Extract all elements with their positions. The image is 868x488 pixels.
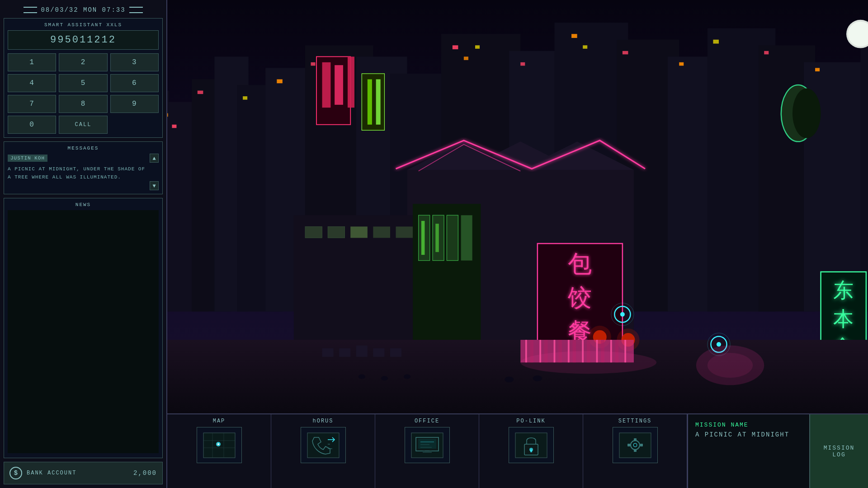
- call-button[interactable]: CALL: [59, 116, 107, 134]
- svg-rect-35: [583, 45, 587, 49]
- svg-rect-134: [423, 451, 432, 453]
- nav-tab-map-label: MAP: [213, 418, 226, 424]
- mission-name-label: MISSION NAME: [695, 422, 802, 428]
- svg-rect-141: [530, 450, 532, 452]
- svg-text:本: 本: [833, 308, 854, 330]
- svg-rect-42: [316, 56, 350, 124]
- svg-point-125: [217, 443, 219, 445]
- mission-log-button[interactable]: MISSIONLOG: [809, 414, 868, 488]
- nav-bar: MAP: [167, 413, 868, 488]
- message-text: A PICNIC AT MIDNIGHT, UNDER THE SHADE OF…: [8, 165, 159, 190]
- phone-display[interactable]: 995011212: [8, 30, 159, 50]
- nav-tab-po-link-label: PO-LINK: [516, 418, 545, 424]
- svg-rect-126: [307, 433, 339, 458]
- svg-rect-77: [421, 221, 425, 255]
- mission-log-label: MISSIONLOG: [824, 445, 855, 458]
- nav-tab-map-icon: [197, 427, 242, 463]
- svg-rect-19: [860, 34, 868, 311]
- nav-tab-office-label: OFFICE: [415, 418, 439, 424]
- svg-rect-102: [339, 348, 350, 357]
- svg-rect-38: [713, 40, 719, 44]
- svg-point-108: [404, 375, 410, 379]
- messages-label: MESSAGES: [8, 145, 159, 151]
- nav-tab-po-link-icon: [509, 427, 554, 463]
- svg-rect-23: [167, 113, 168, 117]
- svg-rect-148: [640, 444, 643, 446]
- nav-tab-horus[interactable]: hORUS: [271, 414, 375, 488]
- nav-tab-settings-label: SETTINGS: [618, 418, 652, 424]
- mission-info: MISSION NAME A PICNIC AT MIDNIGHT: [688, 414, 809, 488]
- key-2[interactable]: 2: [59, 53, 107, 71]
- city-scene: 包 饺 餐 东 本 食 物: [167, 0, 868, 413]
- key-9[interactable]: 9: [110, 95, 159, 113]
- svg-rect-27: [277, 79, 283, 83]
- svg-rect-59: [328, 226, 345, 238]
- nav-tab-settings[interactable]: SETTINGS: [583, 414, 687, 488]
- svg-rect-145: [634, 438, 637, 441]
- assistant-panel: SMART ASSISTANT XXLS 995011212 1 2 3 4 5…: [4, 18, 163, 138]
- svg-rect-28: [311, 62, 316, 66]
- svg-point-144: [633, 443, 637, 447]
- key-7[interactable]: 7: [8, 95, 56, 113]
- svg-rect-40: [815, 68, 820, 71]
- key-8[interactable]: 8: [59, 95, 107, 113]
- nav-tab-po-link[interactable]: PO-LINK: [479, 414, 583, 488]
- scroll-up-button[interactable]: ▲: [150, 154, 159, 163]
- svg-text:包: 包: [568, 251, 592, 277]
- news-content: [8, 210, 159, 453]
- nav-tab-map[interactable]: MAP: [167, 414, 271, 488]
- svg-rect-26: [243, 96, 247, 100]
- svg-point-112: [620, 312, 625, 317]
- bank-amount: 2,000: [133, 469, 157, 477]
- svg-rect-58: [305, 226, 322, 238]
- svg-rect-44: [335, 65, 343, 105]
- svg-rect-43: [322, 62, 331, 108]
- bank-label: BANK ACCOUNT: [27, 470, 129, 476]
- svg-rect-62: [396, 226, 413, 238]
- key-0[interactable]: 0: [8, 116, 56, 134]
- left-panel: 08/03/32 MON 07:33 SMART ASSISTANT XXLS …: [0, 0, 167, 488]
- news-panel: NEWS: [4, 198, 163, 458]
- svg-point-52: [793, 89, 821, 138]
- key-6[interactable]: 6: [110, 74, 159, 92]
- svg-rect-47: [368, 79, 372, 124]
- svg-text:饺: 饺: [567, 285, 592, 311]
- svg-rect-45: [348, 56, 354, 108]
- svg-rect-101: [322, 348, 334, 357]
- svg-rect-147: [627, 444, 630, 446]
- mission-panel: MISSION NAME A PICNIC AT MIDNIGHT MISSIO…: [687, 414, 868, 488]
- svg-text:东: 东: [833, 279, 854, 302]
- nav-tab-office[interactable]: OFFICE: [375, 414, 479, 488]
- key-3[interactable]: 3: [110, 53, 159, 71]
- svg-rect-104: [373, 348, 384, 357]
- nav-tab-horus-icon: [301, 427, 346, 463]
- svg-rect-30: [453, 45, 458, 49]
- svg-point-107: [381, 376, 388, 380]
- svg-rect-24: [172, 125, 176, 128]
- svg-rect-46: [362, 74, 384, 130]
- key-4[interactable]: 4: [8, 74, 56, 92]
- svg-rect-79: [167, 340, 868, 413]
- svg-rect-75: [447, 215, 458, 260]
- svg-rect-25: [198, 91, 203, 94]
- svg-point-110: [533, 375, 542, 381]
- message-sender: JUSTIN KOH: [8, 155, 47, 162]
- svg-rect-37: [679, 62, 684, 66]
- svg-rect-60: [350, 226, 368, 238]
- datetime-text: 08/03/32 MON 07:33: [41, 6, 125, 14]
- svg-rect-48: [376, 79, 381, 124]
- svg-rect-105: [390, 348, 401, 357]
- svg-point-109: [505, 377, 514, 383]
- main-container: 08/03/32 MON 07:33 SMART ASSISTANT XXLS …: [0, 0, 868, 488]
- game-viewport: 包 饺 餐 东 本 食 物: [167, 0, 868, 413]
- nav-tab-office-icon: [405, 427, 450, 463]
- key-5[interactable]: 5: [59, 74, 107, 92]
- svg-rect-78: [435, 224, 439, 252]
- key-1[interactable]: 1: [8, 53, 56, 71]
- svg-point-115: [717, 342, 721, 347]
- mission-name-value: A PICNIC AT MIDNIGHT: [695, 431, 802, 438]
- svg-rect-39: [764, 51, 769, 55]
- assistant-label: SMART ASSISTANT XXLS: [8, 22, 159, 28]
- svg-rect-31: [464, 56, 468, 60]
- scroll-down-button[interactable]: ▼: [150, 181, 159, 190]
